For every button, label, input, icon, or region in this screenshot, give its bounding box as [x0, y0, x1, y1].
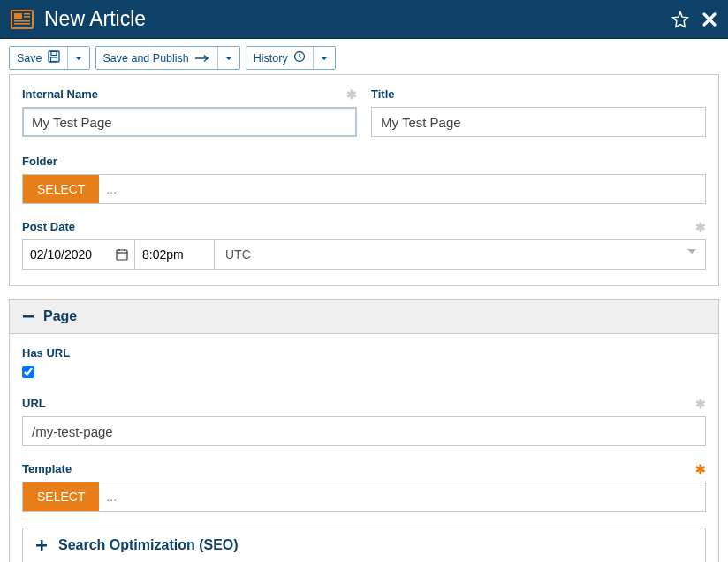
required-marker: ✱ [695, 397, 706, 411]
svg-rect-3 [24, 16, 30, 18]
seo-section-header[interactable]: Search Optimization (SEO) [22, 528, 706, 562]
svg-rect-7 [51, 52, 57, 56]
article-icon [11, 8, 34, 31]
save-publish-dropdown[interactable] [217, 47, 239, 69]
svg-rect-1 [14, 13, 22, 19]
save-publish-label: Save and Publish [103, 52, 189, 65]
seo-section-title: Search Optimization (SEO) [58, 537, 239, 553]
arrow-right-icon [194, 54, 210, 63]
folder-label: Folder [22, 155, 706, 168]
save-publish-button[interactable]: Save and Publish [96, 47, 217, 69]
expand-icon [35, 539, 48, 551]
post-time-input[interactable] [135, 239, 215, 270]
has-url-checkbox[interactable] [22, 366, 34, 378]
caret-down-icon [687, 249, 696, 254]
svg-rect-8 [50, 57, 57, 62]
history-label: History [254, 52, 288, 65]
svg-rect-10 [117, 250, 127, 260]
internal-name-input[interactable] [22, 107, 357, 137]
caret-down-icon [225, 57, 232, 60]
history-clock-icon [293, 50, 306, 65]
url-label: URL [22, 397, 706, 410]
timezone-value: UTC [225, 247, 251, 262]
save-button-label: Save [17, 52, 42, 65]
required-marker: ✱ [695, 220, 706, 234]
required-marker: ✱ [346, 87, 357, 102]
favorite-icon[interactable] [671, 11, 689, 28]
template-label: Template [22, 462, 706, 475]
template-select-button[interactable]: SELECT [23, 482, 99, 511]
caret-down-icon [75, 57, 82, 60]
calendar-icon[interactable] [116, 248, 128, 261]
internal-name-label: Internal Name [22, 87, 357, 101]
svg-rect-2 [24, 13, 30, 15]
svg-rect-5 [14, 23, 30, 25]
page-section-body: Has URL URL ✱ Template ✱ SELECT ... Sear… [9, 334, 719, 562]
svg-rect-13 [36, 544, 47, 547]
post-date-label: Post Date [22, 220, 706, 233]
close-icon[interactable] [701, 11, 717, 27]
page-section-header[interactable]: Page [9, 299, 719, 334]
save-dropdown[interactable] [67, 47, 89, 69]
folder-value: ... [99, 175, 705, 203]
window-header: New Article [0, 0, 728, 39]
main-panel: Internal Name ✱ Title Folder SELECT ... … [9, 74, 719, 286]
svg-rect-6 [49, 51, 59, 62]
title-label: Title [371, 87, 706, 101]
required-marker: ✱ [695, 462, 706, 476]
has-url-label: Has URL [22, 346, 706, 360]
timezone-select[interactable]: UTC [215, 239, 706, 270]
history-button[interactable]: History [246, 47, 313, 69]
history-dropdown[interactable] [313, 47, 335, 69]
folder-selector[interactable]: SELECT ... [22, 174, 706, 204]
window-title: New Article [44, 7, 671, 31]
save-button[interactable]: Save [10, 47, 67, 69]
collapse-icon [22, 310, 34, 323]
save-disk-icon [48, 50, 60, 65]
form-scroll-area[interactable]: Internal Name ✱ Title Folder SELECT ... … [0, 71, 728, 562]
url-input[interactable] [22, 416, 706, 446]
template-value: ... [99, 482, 705, 511]
title-input[interactable] [371, 107, 706, 137]
svg-rect-4 [14, 20, 30, 22]
page-section-title: Page [43, 308, 77, 324]
template-selector[interactable]: SELECT ... [22, 482, 706, 512]
folder-select-button[interactable]: SELECT [23, 175, 99, 203]
caret-down-icon [321, 57, 328, 60]
svg-rect-11 [23, 315, 34, 318]
